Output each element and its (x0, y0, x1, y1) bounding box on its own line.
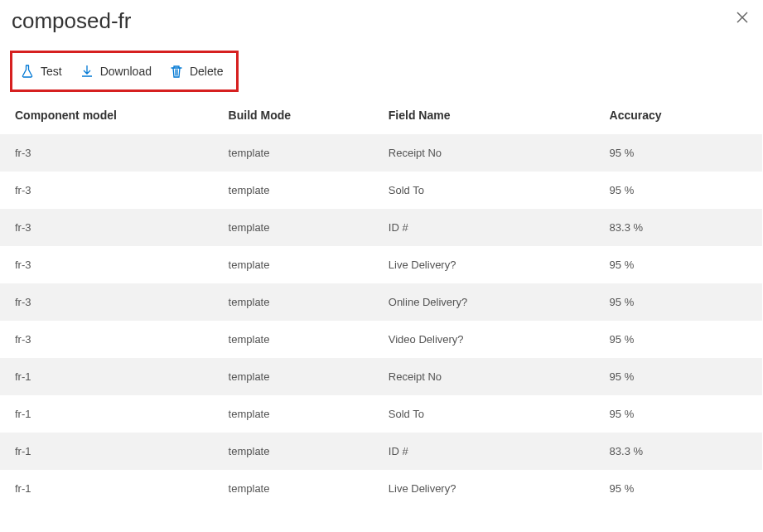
cell-field-name: Receipt No (374, 134, 595, 172)
cell-accuracy: 95 % (595, 358, 762, 395)
cell-accuracy: 95 % (595, 134, 762, 172)
cell-build-mode: template (214, 134, 374, 172)
cell-field-name: Receipt No (374, 358, 595, 395)
table-row[interactable]: fr-3templateLive Delivery?95 % (0, 246, 762, 283)
cell-field-name: Video Delivery? (374, 321, 595, 358)
column-header-component-model[interactable]: Component model (0, 97, 214, 134)
column-header-field-name[interactable]: Field Name (374, 97, 595, 134)
cell-accuracy: 83.3 % (595, 209, 762, 246)
beaker-icon (21, 65, 34, 78)
cell-component-model: fr-1 (0, 433, 214, 470)
cell-component-model: fr-3 (0, 246, 214, 283)
table-row[interactable]: fr-1templateReceipt No95 % (0, 358, 762, 395)
cell-component-model: fr-1 (0, 358, 214, 395)
cell-field-name: ID # (374, 209, 595, 246)
cell-accuracy: 95 % (595, 246, 762, 283)
cell-build-mode: template (214, 321, 374, 358)
cell-component-model: fr-3 (0, 134, 214, 172)
cell-field-name: Live Delivery? (374, 246, 595, 283)
table-row[interactable]: fr-1templateSold To95 % (0, 395, 762, 433)
cell-accuracy: 95 % (595, 283, 762, 321)
cell-accuracy: 83.3 % (595, 433, 762, 470)
table-row[interactable]: fr-3templateOnline Delivery?95 % (0, 283, 762, 321)
cell-accuracy: 95 % (595, 172, 762, 209)
trash-icon (170, 65, 183, 78)
download-icon (80, 65, 94, 78)
download-button-label: Download (100, 65, 152, 78)
cell-field-name: Online Delivery? (374, 283, 595, 321)
table-row[interactable]: fr-3templateID #83.3 % (0, 209, 762, 246)
cell-build-mode: template (214, 246, 374, 283)
cell-component-model: fr-3 (0, 172, 214, 209)
cell-component-model: fr-1 (0, 470, 214, 507)
delete-button-label: Delete (190, 65, 223, 78)
test-button[interactable]: Test (21, 65, 62, 78)
cell-field-name: ID # (374, 433, 595, 470)
cell-build-mode: template (214, 283, 374, 321)
cell-component-model: fr-1 (0, 395, 214, 433)
cell-field-name: Live Delivery? (374, 470, 595, 507)
table-row[interactable]: fr-1templateLive Delivery?95 % (0, 470, 762, 507)
column-header-accuracy[interactable]: Accuracy (595, 97, 762, 134)
models-table: Component model Build Mode Field Name Ac… (0, 97, 762, 507)
cell-build-mode: template (214, 172, 374, 209)
cell-component-model: fr-3 (0, 321, 214, 358)
test-button-label: Test (41, 65, 62, 78)
cell-build-mode: template (214, 209, 374, 246)
page-title: composed-fr (12, 8, 132, 34)
table-row[interactable]: fr-3templateSold To95 % (0, 172, 762, 209)
cell-component-model: fr-3 (0, 283, 214, 321)
cell-build-mode: template (214, 358, 374, 395)
cell-build-mode: template (214, 433, 374, 470)
toolbar-highlight-box: Test Download Delete (10, 51, 239, 92)
cell-field-name: Sold To (374, 395, 595, 433)
cell-build-mode: template (214, 470, 374, 507)
table-scroll-area[interactable]: Component model Build Mode Field Name Ac… (0, 97, 763, 532)
delete-button[interactable]: Delete (170, 65, 223, 78)
cell-build-mode: template (214, 395, 374, 433)
table-row[interactable]: fr-3templateVideo Delivery?95 % (0, 321, 762, 358)
cell-accuracy: 95 % (595, 321, 762, 358)
cell-component-model: fr-3 (0, 209, 214, 246)
table-row[interactable]: fr-1templateID #83.3 % (0, 433, 762, 470)
download-button[interactable]: Download (80, 65, 152, 78)
cell-accuracy: 95 % (595, 470, 762, 507)
table-row[interactable]: fr-3templateReceipt No95 % (0, 134, 762, 172)
cell-field-name: Sold To (374, 172, 595, 209)
column-header-build-mode[interactable]: Build Mode (214, 97, 374, 134)
cell-accuracy: 95 % (595, 395, 762, 433)
close-button[interactable] (733, 8, 751, 30)
close-icon (736, 12, 748, 23)
